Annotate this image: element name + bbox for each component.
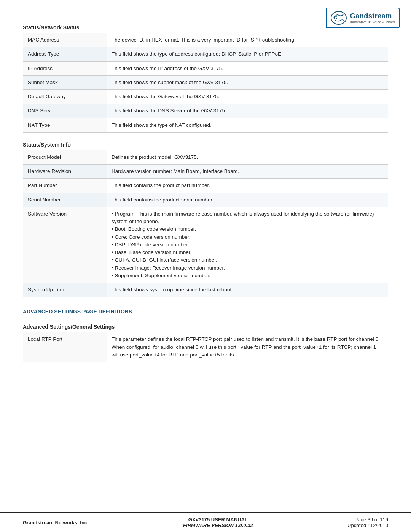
network-status-table: MAC AddressThe device ID, in HEX format.… — [23, 33, 388, 133]
page-footer: Grandstream Networks, Inc. GXV3175 USER … — [0, 512, 411, 532]
table-row: Software Version• Program: This is the m… — [23, 207, 388, 283]
row-desc: Defines the product model: GXV3175. — [107, 150, 388, 164]
table-row: Subnet MaskThis field shows the subnet m… — [23, 75, 388, 89]
row-label: Serial Number — [23, 193, 107, 207]
row-label: Product Model — [23, 150, 107, 164]
footer-company: Grandstream Networks, Inc. — [23, 520, 89, 526]
logo-box: G Gandstream Innovative IP Voice & Video — [326, 8, 400, 28]
advanced-general-heading: Advanced Settings/General Settings — [23, 324, 388, 330]
row-label: DNS Server — [23, 104, 107, 118]
row-label: IP Address — [23, 61, 107, 75]
row-label: Hardware Revision — [23, 165, 107, 179]
system-info-table: Product ModelDefines the product model: … — [23, 150, 388, 297]
row-desc: This field contains the product serial n… — [107, 193, 388, 207]
row-desc: This field contains the product part num… — [107, 179, 388, 193]
footer-center: GXV3175 USER MANUAL FIRMWARE VERSION 1.0… — [183, 517, 253, 528]
row-label: Default Gateway — [23, 90, 107, 104]
svg-text:G: G — [333, 15, 337, 21]
row-desc: This field shows the type of NAT configu… — [107, 118, 388, 132]
advanced-general-table: Local RTP PortThis parameter defines the… — [23, 332, 388, 362]
row-desc: This field shows the type of address con… — [107, 47, 388, 61]
footer-firmware: FIRMWARE VERSION 1.0.0.32 — [183, 522, 253, 528]
footer-manual-title: GXV3175 USER MANUAL — [183, 517, 253, 522]
table-row: Default GatewayThis field shows the Gate… — [23, 90, 388, 104]
table-row: Serial NumberThis field contains the pro… — [23, 193, 388, 207]
row-desc: • Program: This is the main firmware rel… — [107, 207, 388, 283]
row-desc: This field shows the subnet mask of the … — [107, 75, 388, 89]
row-label: System Up Time — [23, 283, 107, 297]
system-info-heading: Status/System Info — [23, 142, 388, 148]
row-label: Local RTP Port — [23, 332, 107, 362]
row-label: Software Version — [23, 207, 107, 283]
row-desc: This field shows system up time since th… — [107, 283, 388, 297]
table-row: Product ModelDefines the product model: … — [23, 150, 388, 164]
row-desc: The device ID, in HEX format. This is a … — [107, 33, 388, 47]
logo-text: Gandstream Innovative IP Voice & Video — [350, 12, 395, 24]
logo-area: G Gandstream Innovative IP Voice & Video — [326, 8, 400, 28]
row-label: Subnet Mask — [23, 75, 107, 89]
logo-brand-text: Gandstream — [350, 12, 392, 20]
table-row: DNS ServerThis field shows the DNS Serve… — [23, 104, 388, 118]
table-row: Local RTP PortThis parameter defines the… — [23, 332, 388, 362]
logo-subtext: Innovative IP Voice & Video — [350, 20, 395, 24]
row-desc: This field shows the Gateway of the GXV-… — [107, 90, 388, 104]
row-label: Part Number — [23, 179, 107, 193]
table-row: System Up TimeThis field shows system up… — [23, 283, 388, 297]
row-desc: This field shows the IP address of the G… — [107, 61, 388, 75]
row-desc: This parameter defines the local RTP-RTC… — [107, 332, 388, 362]
row-label: MAC Address — [23, 33, 107, 47]
table-row: Address TypeThis field shows the type of… — [23, 47, 388, 61]
table-row: IP AddressThis field shows the IP addres… — [23, 61, 388, 75]
page: G Gandstream Innovative IP Voice & Video… — [0, 0, 411, 532]
row-label: NAT Type — [23, 118, 107, 132]
table-row: NAT TypeThis field shows the type of NAT… — [23, 118, 388, 132]
table-row: MAC AddressThe device ID, in HEX format.… — [23, 33, 388, 47]
row-label: Address Type — [23, 47, 107, 61]
row-desc: Hardware version number: Main Board, Int… — [107, 165, 388, 179]
advanced-settings-heading: ADVANCED SETTINGS PAGE DEFINITIONS — [23, 308, 388, 315]
footer-right: Page 39 of 119 Updated : 12/2010 — [347, 517, 388, 528]
table-row: Hardware RevisionHardware version number… — [23, 165, 388, 179]
footer-updated: Updated : 12/2010 — [347, 522, 388, 528]
row-desc: This field shows the DNS Server of the G… — [107, 104, 388, 118]
table-row: Part NumberThis field contains the produ… — [23, 179, 388, 193]
footer-page: Page 39 of 119 — [347, 517, 388, 522]
grandstream-logo-icon: G — [330, 11, 347, 25]
